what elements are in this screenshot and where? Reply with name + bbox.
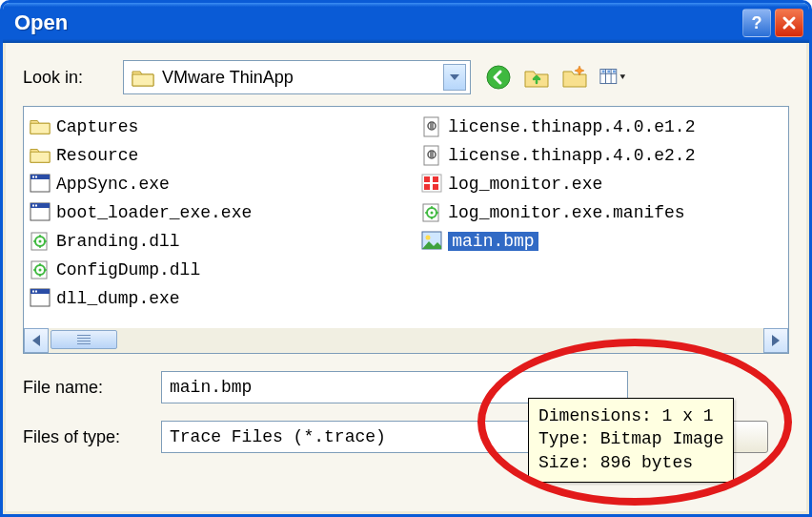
dialog-content: Look in: VMware ThinApp bbox=[6, 43, 806, 511]
help-button[interactable]: ? bbox=[742, 9, 771, 37]
back-button[interactable] bbox=[484, 63, 513, 92]
svg-point-25 bbox=[39, 269, 42, 272]
svg-rect-7 bbox=[613, 71, 616, 73]
file-label: log_monitor.exe.manifes bbox=[448, 203, 684, 222]
file-item[interactable]: log_monitor.exe bbox=[419, 170, 700, 198]
exe-icon bbox=[30, 174, 51, 195]
file-label: Captures bbox=[56, 117, 138, 136]
file-item[interactable]: main.bmp bbox=[419, 227, 700, 256]
tooltip-size: Size: 896 bytes bbox=[538, 451, 723, 474]
lookin-folder-text: VMware ThinApp bbox=[154, 68, 443, 88]
folder-icon bbox=[132, 68, 154, 87]
svg-rect-11 bbox=[35, 176, 37, 178]
filetype-label: Files of type: bbox=[23, 427, 161, 447]
file-item[interactable]: AppSync.exe bbox=[28, 170, 257, 198]
file-item[interactable]: log_monitor.exe.manifes bbox=[419, 198, 700, 227]
svg-rect-15 bbox=[35, 205, 37, 207]
ini-icon bbox=[421, 145, 442, 166]
bmp-icon bbox=[421, 231, 442, 252]
file-list: CapturesResourceAppSync.exeboot_loader_e… bbox=[28, 113, 784, 324]
svg-rect-10 bbox=[32, 176, 34, 178]
file-label: Branding.dll bbox=[56, 232, 180, 251]
close-button[interactable] bbox=[775, 9, 803, 37]
svg-rect-6 bbox=[607, 71, 610, 73]
file-label: main.bmp bbox=[448, 232, 538, 251]
nav-icons bbox=[484, 63, 627, 92]
file-item[interactable]: Resource bbox=[28, 141, 257, 170]
svg-rect-5 bbox=[602, 71, 605, 73]
titlebar: Open ? bbox=[3, 3, 809, 43]
svg-rect-36 bbox=[430, 123, 434, 129]
lookin-label: Look in: bbox=[23, 68, 123, 88]
tooltip-type: Type: Bitmap Image bbox=[538, 427, 723, 450]
folder-icon bbox=[30, 116, 51, 137]
file-label: Resource bbox=[56, 146, 138, 165]
open-dialog-window: Open ? Look in: VMware ThinApp bbox=[0, 0, 812, 517]
svg-rect-41 bbox=[424, 176, 430, 182]
svg-rect-14 bbox=[32, 205, 34, 207]
dll-icon bbox=[30, 231, 51, 252]
exe-icon bbox=[30, 202, 51, 223]
scroll-track[interactable] bbox=[49, 328, 763, 353]
svg-point-0 bbox=[487, 66, 510, 89]
filename-value: main.bmp bbox=[170, 378, 252, 397]
svg-rect-32 bbox=[32, 291, 34, 293]
ini-icon bbox=[421, 116, 442, 137]
filename-label: File name: bbox=[23, 378, 161, 398]
file-list-area: CapturesResourceAppSync.exeboot_loader_e… bbox=[23, 106, 789, 354]
horizontal-scrollbar bbox=[24, 328, 788, 353]
scroll-right-button[interactable] bbox=[763, 328, 788, 353]
new-folder-button[interactable] bbox=[560, 63, 589, 92]
file-label: ConfigDump.dll bbox=[56, 260, 200, 279]
folder-icon bbox=[30, 145, 51, 166]
file-item[interactable]: license.thinapp.4.0.e2.2 bbox=[419, 141, 700, 170]
file-item[interactable]: Branding.dll bbox=[28, 227, 257, 256]
svg-point-18 bbox=[39, 240, 42, 243]
dll-icon bbox=[30, 259, 51, 280]
file-item[interactable]: boot_loader_exe.exe bbox=[28, 198, 257, 227]
dll-icon bbox=[421, 202, 442, 223]
file-item[interactable]: Captures bbox=[28, 113, 257, 141]
exe-icon bbox=[30, 288, 51, 309]
lookin-combo[interactable]: VMware ThinApp bbox=[123, 60, 471, 94]
file-item[interactable]: license.thinapp.4.0.e1.2 bbox=[419, 113, 700, 141]
tooltip-dimensions: Dimensions: 1 x 1 bbox=[538, 404, 723, 427]
file-label: boot_loader_exe.exe bbox=[56, 203, 252, 222]
svg-rect-33 bbox=[35, 291, 37, 293]
file-item[interactable]: dll_dump.exe bbox=[28, 284, 257, 313]
file-label: dll_dump.exe bbox=[56, 289, 180, 308]
up-one-level-button[interactable] bbox=[522, 63, 551, 92]
views-button[interactable] bbox=[599, 63, 627, 92]
file-tooltip: Dimensions: 1 x 1 Type: Bitmap Image Siz… bbox=[528, 398, 734, 483]
svg-rect-39 bbox=[430, 152, 434, 157]
svg-rect-42 bbox=[433, 176, 438, 182]
svg-point-47 bbox=[431, 212, 434, 215]
lookin-dropdown-button[interactable] bbox=[443, 64, 466, 91]
file-label: license.thinapp.4.0.e2.2 bbox=[448, 146, 695, 165]
file-item[interactable]: ConfigDump.dll bbox=[28, 256, 257, 284]
file-label: AppSync.exe bbox=[56, 175, 170, 194]
svg-rect-43 bbox=[424, 184, 430, 190]
svg-rect-44 bbox=[433, 184, 438, 190]
window-title: Open bbox=[14, 10, 739, 35]
logexe-icon bbox=[421, 174, 442, 195]
filetype-value: Trace Files (*.trace) bbox=[170, 427, 386, 446]
scroll-left-button[interactable] bbox=[24, 328, 49, 353]
svg-point-53 bbox=[426, 236, 431, 240]
file-label: log_monitor.exe bbox=[448, 175, 602, 194]
file-label: license.thinapp.4.0.e1.2 bbox=[448, 117, 695, 136]
lookin-row: Look in: VMware ThinApp bbox=[23, 60, 789, 94]
scroll-thumb[interactable] bbox=[51, 330, 117, 349]
